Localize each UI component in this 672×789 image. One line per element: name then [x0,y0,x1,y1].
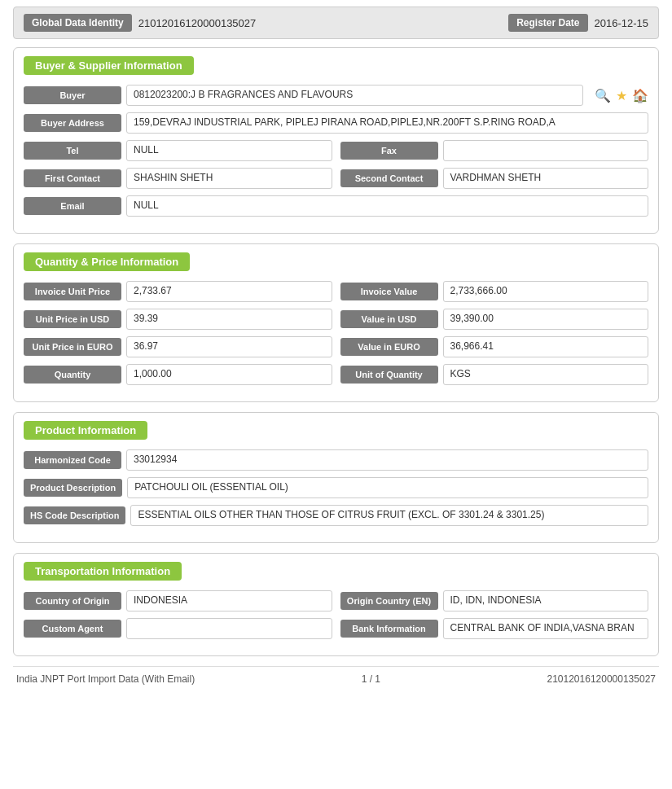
quantity-group: Quantity 1,000.00 [24,364,332,385]
euro-row: Unit Price in EURO 36.97 Value in EURO 3… [24,336,648,357]
fax-group: Fax [340,140,649,161]
second-contact-value: VARDHMAN SHETH [443,168,649,189]
tel-group: Tel NULL [24,140,332,161]
email-value: NULL [126,195,648,217]
origin-country-en-label: Origin Country (EN) [340,592,438,610]
tel-value: NULL [126,140,332,161]
search-icon[interactable]: 🔍 [595,88,611,103]
register-date-value: 2016-12-15 [595,17,649,29]
custom-agent-value [126,618,332,639]
first-contact-value: SHASHIN SHETH [126,168,332,189]
country-origin-value: INDONESIA [126,590,332,611]
quantity-label: Quantity [24,366,121,384]
buyer-supplier-section: Buyer & Supplier Information Buyer 08120… [13,47,659,234]
invoice-row: Invoice Unit Price 2,733.67 Invoice Valu… [24,281,648,302]
register-date-label: Register Date [508,14,587,32]
unit-quantity-value: KGS [443,364,649,385]
buyer-address-value: 159,DEVRAJ INDUSTRIAL PARK, PIPLEJ PIRAN… [126,112,648,134]
unit-price-euro-value: 36.97 [126,336,332,357]
quantity-value: 1,000.00 [126,364,332,385]
custom-agent-label: Custom Agent [24,620,121,638]
footer-left: India JNPT Port Import Data (With Email) [16,673,195,685]
hs-code-desc-row: HS Code Description ESSENTIAL OILS OTHER… [24,505,648,526]
invoice-unit-price-label: Invoice Unit Price [24,283,121,300]
value-euro-group: Value in EURO 36,966.41 [340,336,649,357]
tel-label: Tel [24,142,121,160]
value-euro-label: Value in EURO [340,338,438,356]
footer-bar: India JNPT Port Import Data (With Email)… [13,666,659,685]
product-desc-label: Product Description [24,479,122,497]
country-origin-group: Country of Origin INDONESIA [24,590,332,611]
unit-price-usd-label: Unit Price in USD [24,310,121,328]
country-origin-label: Country of Origin [24,592,121,610]
quantity-price-section: Quantity & Price Information Invoice Uni… [13,243,659,402]
global-id-value: 21012016120000135027 [138,17,495,29]
unit-price-usd-value: 39.39 [126,309,332,330]
harmonized-code-row: Harmonized Code 33012934 [24,449,648,471]
custom-agent-group: Custom Agent [24,618,332,639]
hs-code-desc-value: ESSENTIAL OILS OTHER THAN THOSE OF CITRU… [130,505,648,526]
value-usd-value: 39,390.00 [443,309,649,330]
invoice-value-group: Invoice Value 2,733,666.00 [340,281,649,302]
buyer-row: Buyer 0812023200:J B FRAGRANCES AND FLAV… [24,85,648,106]
buyer-address-label: Buyer Address [24,114,121,132]
hs-code-desc-label: HS Code Description [24,506,125,524]
unit-quantity-label: Unit of Quantity [340,366,438,384]
unit-price-euro-group: Unit Price in EURO 36.97 [24,336,332,357]
unit-price-usd-group: Unit Price in USD 39.39 [24,309,332,330]
home-icon[interactable]: 🏠 [632,88,648,103]
bank-info-label: Bank Information [340,620,438,638]
invoice-value-label: Invoice Value [340,283,438,300]
buyer-value: 0812023200:J B FRAGRANCES AND FLAVOURS [126,85,583,106]
transportation-section: Transportation Information Country of Or… [13,553,659,656]
bank-info-value: CENTRAL BANK OF INDIA,VASNA BRAN [443,618,649,639]
usd-row: Unit Price in USD 39.39 Value in USD 39,… [24,309,648,330]
custom-bank-row: Custom Agent Bank Information CENTRAL BA… [24,618,648,639]
bank-info-group: Bank Information CENTRAL BANK OF INDIA,V… [340,618,649,639]
value-usd-label: Value in USD [340,310,438,328]
origin-country-en-value: ID, IDN, INDONESIA [443,590,649,611]
second-contact-label: Second Contact [340,169,438,187]
origin-country-en-group: Origin Country (EN) ID, IDN, INDONESIA [340,590,649,611]
fax-label: Fax [340,142,438,160]
unit-price-euro-label: Unit Price in EURO [24,338,121,356]
buyer-icons: 🔍 ★ 🏠 [595,88,648,103]
email-label: Email [24,197,121,215]
invoice-unit-price-group: Invoice Unit Price 2,733.67 [24,281,332,302]
product-desc-row: Product Description PATCHOULI OIL (ESSEN… [24,477,648,498]
product-title: Product Information [24,421,147,440]
origin-row: Country of Origin INDONESIA Origin Count… [24,590,648,611]
buyer-label: Buyer [24,86,121,104]
quantity-price-title: Quantity & Price Information [24,252,190,271]
buyer-address-row: Buyer Address 159,DEVRAJ INDUSTRIAL PARK… [24,112,648,134]
second-contact-group: Second Contact VARDHMAN SHETH [340,168,649,189]
global-id-label: Global Data Identity [24,14,132,32]
product-desc-value: PATCHOULI OIL (ESSENTIAL OIL) [127,477,648,498]
contacts-row: First Contact SHASHIN SHETH Second Conta… [24,168,648,189]
harmonized-code-value: 33012934 [126,449,648,471]
value-usd-group: Value in USD 39,390.00 [340,309,649,330]
tel-fax-row: Tel NULL Fax [24,140,648,161]
quantity-row: Quantity 1,000.00 Unit of Quantity KGS [24,364,648,385]
first-contact-group: First Contact SHASHIN SHETH [24,168,332,189]
invoice-value-value: 2,733,666.00 [443,281,649,302]
unit-quantity-group: Unit of Quantity KGS [340,364,649,385]
star-icon[interactable]: ★ [616,88,627,103]
global-id-bar: Global Data Identity 2101201612000013502… [13,7,659,39]
footer-right: 21012016120000135027 [547,673,656,685]
transportation-title: Transportation Information [24,562,182,581]
product-section: Product Information Harmonized Code 3301… [13,412,659,543]
footer-center: 1 / 1 [362,673,380,685]
invoice-unit-price-value: 2,733.67 [126,281,332,302]
fax-value [443,140,649,161]
harmonized-code-label: Harmonized Code [24,451,121,469]
first-contact-label: First Contact [24,169,121,187]
email-row: Email NULL [24,195,648,217]
value-euro-value: 36,966.41 [443,336,649,357]
buyer-supplier-title: Buyer & Supplier Information [24,56,194,75]
